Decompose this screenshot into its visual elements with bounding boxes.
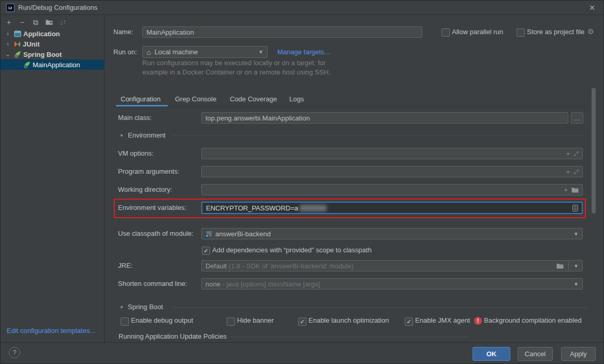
sidebar-item-mainapplication-selected[interactable]: MainApplication bbox=[1, 59, 105, 70]
vertical-scrollbar[interactable] bbox=[592, 88, 596, 214]
name-label: Name: bbox=[113, 26, 133, 38]
tab-configuration[interactable]: Configuration bbox=[121, 94, 160, 104]
running-app-update-policies-title: Running Application Update Policies bbox=[119, 332, 227, 341]
folder-icon[interactable] bbox=[571, 187, 579, 193]
program-arguments-input[interactable]: + ⤢ bbox=[201, 166, 583, 177]
ok-button[interactable]: OK bbox=[473, 347, 510, 361]
close-icon[interactable]: ✕ bbox=[585, 3, 599, 13]
chevron-down-icon[interactable]: ⌄ bbox=[5, 51, 11, 58]
enable-jmx-agent-checkbox[interactable]: ✓ bbox=[405, 317, 413, 326]
intellij-logo-icon: IJ bbox=[6, 4, 14, 12]
add-icon[interactable]: + bbox=[566, 150, 570, 158]
tree-item-label: Application bbox=[23, 30, 60, 38]
manage-targets-link[interactable]: Manage targets... bbox=[277, 46, 330, 58]
jre-select[interactable]: Default (1.8 - SDK of 'answerBi-backend'… bbox=[201, 260, 583, 271]
shorten-command-line-label: Shorten command line: bbox=[118, 278, 187, 290]
hide-banner-checkbox[interactable] bbox=[227, 317, 235, 326]
enable-jmx-agent-label: Enable JMX agent bbox=[415, 315, 470, 326]
add-configuration-icon[interactable]: + bbox=[5, 18, 13, 26]
environment-section-line bbox=[172, 135, 586, 136]
allow-parallel-run-checkbox[interactable] bbox=[441, 28, 450, 37]
browse-main-class-button[interactable]: … bbox=[571, 112, 583, 124]
apply-button[interactable]: Apply bbox=[561, 347, 596, 361]
dialog-title: Run/Debug Configurations bbox=[18, 4, 97, 12]
sidebar-item-spring-boot[interactable]: ⌄ Spring Boot bbox=[1, 49, 105, 59]
store-as-project-file-label: Store as project file bbox=[527, 26, 584, 38]
jre-value-secondary: (1.8 - SDK of 'answerBi-backend' module) bbox=[227, 262, 353, 270]
edit-configuration-templates-link[interactable]: Edit configuration templates... bbox=[7, 327, 95, 335]
add-dependencies-checkbox[interactable]: ✓ bbox=[202, 247, 210, 255]
working-directory-input[interactable]: + bbox=[201, 184, 583, 195]
enable-debug-output-checkbox[interactable] bbox=[121, 317, 129, 326]
tab-code-coverage[interactable]: Code Coverage bbox=[230, 94, 277, 104]
allow-parallel-run-label: Allow parallel run bbox=[452, 26, 503, 38]
tabs-divider bbox=[112, 107, 587, 107]
shorten-value-secondary: - java [options] className [args] bbox=[220, 280, 320, 288]
run-on-label: Run on: bbox=[113, 46, 137, 58]
tree-item-label: JUnit bbox=[23, 40, 40, 48]
enable-launch-optimization-label: Enable launch optimization bbox=[308, 315, 389, 326]
spring-boot-section-line bbox=[171, 307, 587, 308]
use-classpath-select[interactable]: answerBi-backend ▼ bbox=[201, 228, 583, 239]
new-folder-icon[interactable] bbox=[45, 18, 53, 26]
check-icon: ✓ bbox=[300, 319, 304, 325]
environment-variables-input[interactable]: ENCRYPTOR_PASSWORD=a bbox=[201, 202, 583, 214]
running-app-update-policies-line bbox=[230, 337, 469, 337]
cancel-button[interactable]: Cancel bbox=[518, 347, 553, 361]
sidebar-item-application[interactable]: › Application bbox=[1, 28, 105, 39]
remove-configuration-icon[interactable]: − bbox=[18, 18, 26, 26]
add-dependencies-label: Add dependencies with “provided” scope t… bbox=[212, 245, 372, 255]
help-icon: ? bbox=[13, 349, 17, 356]
environment-variables-label: Environment variables: bbox=[118, 202, 186, 214]
environment-variables-value: ENCRYPTOR_PASSWORD=a bbox=[206, 204, 298, 212]
check-icon: ✓ bbox=[203, 248, 208, 254]
spring-boot-type-icon bbox=[14, 51, 21, 58]
sort-configurations-icon[interactable]: ↓ az bbox=[58, 18, 67, 26]
collapse-arrow-icon[interactable]: ▼ bbox=[120, 133, 124, 139]
gear-icon[interactable]: ⚙ bbox=[587, 27, 594, 36]
tab-logs[interactable]: Logs bbox=[289, 94, 304, 104]
use-classpath-value: answerBi-backend bbox=[215, 230, 271, 238]
add-icon[interactable]: + bbox=[566, 168, 570, 176]
check-icon: ✓ bbox=[406, 319, 411, 325]
vm-options-label: VM options: bbox=[118, 148, 154, 159]
sidebar-item-junit[interactable]: › JUnit bbox=[1, 39, 105, 49]
add-icon[interactable]: + bbox=[564, 186, 568, 194]
chevron-down-icon: ▼ bbox=[573, 231, 579, 237]
tree-item-label: MainApplication bbox=[33, 61, 80, 69]
shorten-value-primary: none bbox=[205, 280, 220, 288]
chevron-down-icon: ▼ bbox=[258, 49, 263, 55]
name-input[interactable]: MainApplication bbox=[142, 26, 422, 38]
working-directory-label: Working directory: bbox=[118, 184, 172, 195]
help-button[interactable]: ? bbox=[9, 347, 20, 358]
main-class-label: Main class: bbox=[118, 112, 152, 124]
chevron-down-icon[interactable]: ▼ bbox=[573, 263, 579, 269]
shorten-command-line-select[interactable]: none - java [options] className [args] ▼ bbox=[201, 278, 583, 290]
application-type-icon bbox=[14, 31, 21, 37]
run-debug-configurations-dialog: IJ Run/Debug Configurations ✕ + − ⧉ ↓ az… bbox=[0, 0, 604, 364]
chevron-down-icon: ▼ bbox=[573, 281, 579, 287]
collapse-arrow-icon[interactable]: ▼ bbox=[120, 305, 124, 311]
vm-options-input[interactable]: + ⤢ bbox=[201, 148, 583, 159]
spring-boot-run-config-icon bbox=[23, 61, 31, 68]
list-editor-icon[interactable] bbox=[572, 205, 578, 211]
expand-icon[interactable]: ⤢ bbox=[573, 150, 579, 157]
program-arguments-label: Program arguments: bbox=[118, 166, 180, 177]
title-bar: IJ Run/Debug Configurations ✕ bbox=[1, 1, 604, 15]
chevron-right-icon[interactable]: › bbox=[5, 30, 11, 37]
copy-configuration-icon[interactable]: ⧉ bbox=[32, 18, 40, 26]
main-class-input[interactable]: top.peng.answerbi.MainApplication bbox=[201, 112, 568, 124]
jre-value-primary: Default bbox=[205, 262, 227, 270]
exclamation-mark: ! bbox=[477, 318, 479, 324]
folder-icon[interactable] bbox=[556, 263, 564, 269]
use-classpath-label: Use classpath of module: bbox=[118, 228, 194, 239]
background-compilation-label: Background compilation enabled bbox=[484, 315, 582, 326]
tab-grep-console[interactable]: Grep Console bbox=[175, 94, 216, 104]
dialog-footer: ? OK Cancel Apply bbox=[1, 342, 604, 364]
chevron-right-icon[interactable]: › bbox=[5, 40, 11, 48]
store-as-project-file-checkbox[interactable] bbox=[517, 28, 525, 37]
enable-launch-optimization-checkbox[interactable]: ✓ bbox=[298, 317, 306, 326]
expand-icon[interactable]: ⤢ bbox=[573, 168, 579, 175]
run-on-select[interactable]: ⌂ Local machine ▼ bbox=[142, 46, 268, 58]
spring-boot-section-title: Spring Boot bbox=[128, 302, 163, 312]
